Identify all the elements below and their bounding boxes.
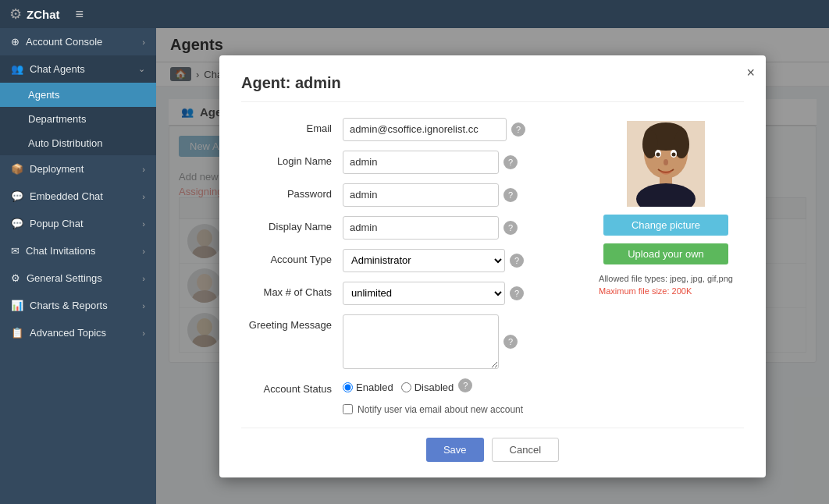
chevron-right-icon-cr: › bbox=[142, 301, 145, 311]
sidebar-label-chat-agents: Chat Agents bbox=[30, 63, 85, 75]
agent-photo bbox=[627, 121, 705, 207]
change-picture-button[interactable]: Change picture bbox=[603, 215, 728, 236]
radio-enabled-label[interactable]: Enabled bbox=[343, 382, 393, 393]
sidebar-sub-auto-distribution[interactable]: Auto Distribution bbox=[0, 131, 156, 155]
password-row: Password ? bbox=[241, 183, 569, 207]
svg-point-16 bbox=[672, 152, 676, 156]
chevron-right-icon-ec: › bbox=[142, 192, 145, 201]
max-chats-help-icon[interactable]: ? bbox=[510, 286, 524, 300]
photo-info: Allowed file types: jpeg, jpg, gif,png M… bbox=[599, 272, 733, 298]
modal-inner: Email ? Login Name bbox=[241, 118, 744, 415]
cancel-button[interactable]: Cancel bbox=[492, 438, 559, 462]
chevron-right-icon: › bbox=[142, 37, 145, 47]
email-row: Email ? bbox=[241, 118, 569, 141]
content-area: Agents 🏠 › Chat Agents 👥 Agents New Agen… bbox=[156, 28, 829, 504]
notify-label: Notify user via email about new account bbox=[358, 404, 523, 415]
email-field[interactable] bbox=[343, 118, 507, 141]
radio-disabled-label[interactable]: Disabled bbox=[401, 382, 454, 393]
max-chats-label: Max # of Chats bbox=[241, 282, 343, 298]
greeting-wrap: ? bbox=[343, 314, 569, 369]
menu-icon[interactable]: ≡ bbox=[76, 6, 84, 23]
account-type-row: Account Type Administrator Agent ? bbox=[241, 249, 569, 272]
display-name-wrap: ? bbox=[343, 216, 569, 240]
account-type-label: Account Type bbox=[241, 249, 343, 265]
chevron-right-icon-at: › bbox=[142, 328, 145, 338]
charts-reports-icon: 📊 bbox=[11, 300, 23, 311]
sidebar-item-account-console[interactable]: ⊕ Account Console › bbox=[0, 28, 156, 55]
account-status-row: Account Status Enabled bbox=[241, 378, 569, 395]
email-help-icon[interactable]: ? bbox=[511, 122, 525, 137]
sidebar-item-general-settings[interactable]: ⚙ General Settings › bbox=[0, 264, 156, 292]
account-status-label: Account Status bbox=[241, 378, 343, 395]
enabled-text: Enabled bbox=[356, 382, 393, 393]
notify-checkbox[interactable] bbox=[343, 404, 353, 414]
login-wrap: ? bbox=[343, 151, 569, 174]
max-chats-select[interactable]: unlimited 1 2 3 bbox=[343, 282, 505, 305]
sidebar-sub-chat-agents: Agents Departments Auto Distribution bbox=[0, 83, 156, 155]
display-name-row: Display Name ? bbox=[241, 216, 569, 240]
max-size-text: Maximum file size: 200K bbox=[599, 286, 692, 296]
sidebar-item-embedded-chat[interactable]: 💬 Embedded Chat › bbox=[0, 183, 156, 210]
password-help-icon[interactable]: ? bbox=[503, 188, 518, 202]
modal-photo-panel: Change picture Upload your own Allowed f… bbox=[588, 118, 744, 415]
sidebar-label-chat-invitations: Chat Invitations bbox=[26, 245, 96, 257]
email-wrap: ? bbox=[343, 118, 569, 141]
max-chats-wrap: unlimited 1 2 3 ? bbox=[343, 282, 569, 305]
radio-enabled[interactable] bbox=[343, 382, 353, 392]
modal-form: Email ? Login Name bbox=[241, 118, 569, 415]
chevron-down-icon: ⌄ bbox=[138, 64, 145, 74]
chat-invitations-icon: ✉ bbox=[11, 245, 20, 257]
sidebar-item-advanced-topics[interactable]: 📋 Advanced Topics › bbox=[0, 319, 156, 346]
login-label: Login Name bbox=[241, 151, 343, 167]
sidebar-label-popup-chat: Popup Chat bbox=[30, 218, 84, 229]
password-field[interactable] bbox=[343, 183, 499, 207]
sidebar-item-deployment[interactable]: 📦 Deployment › bbox=[0, 155, 156, 183]
greeting-help-icon[interactable]: ? bbox=[503, 335, 518, 349]
display-name-field[interactable] bbox=[343, 216, 499, 240]
chat-agents-icon: 👥 bbox=[11, 63, 23, 75]
chevron-right-icon-gs: › bbox=[142, 274, 145, 283]
modal-close-button[interactable]: × bbox=[746, 65, 755, 81]
greeting-field[interactable] bbox=[343, 314, 499, 369]
sidebar-label-embedded-chat: Embedded Chat bbox=[30, 190, 103, 202]
sidebar-sub-departments[interactable]: Departments bbox=[0, 107, 156, 131]
login-field[interactable] bbox=[343, 151, 499, 174]
account-type-help-icon[interactable]: ? bbox=[510, 254, 524, 268]
password-wrap: ? bbox=[343, 183, 569, 207]
sidebar-item-charts-reports[interactable]: 📊 Charts & Reports › bbox=[0, 292, 156, 319]
display-name-help-icon[interactable]: ? bbox=[503, 221, 518, 235]
login-help-icon[interactable]: ? bbox=[503, 155, 518, 169]
notify-row: Notify user via email about new account bbox=[343, 404, 569, 415]
sidebar-label-account-console: Account Console bbox=[26, 36, 102, 48]
agent-modal: × Agent: admin Email ? bbox=[219, 55, 766, 477]
embedded-chat-icon: 💬 bbox=[11, 190, 23, 202]
account-type-select[interactable]: Administrator Agent bbox=[343, 249, 505, 272]
greeting-label: Greeting Message bbox=[241, 314, 343, 331]
radio-disabled[interactable] bbox=[401, 382, 411, 392]
auto-distribution-label: Auto Distribution bbox=[28, 137, 102, 149]
email-label: Email bbox=[241, 118, 343, 134]
radio-group: Enabled Disabled bbox=[343, 378, 454, 393]
modal-backdrop: × Agent: admin Email ? bbox=[156, 28, 829, 504]
departments-label: Departments bbox=[28, 113, 86, 125]
chevron-right-icon-dep: › bbox=[142, 165, 145, 174]
sidebar-item-chat-invitations[interactable]: ✉ Chat Invitations › bbox=[0, 237, 156, 264]
sidebar-item-chat-agents[interactable]: 👥 Chat Agents ⌄ bbox=[0, 55, 156, 83]
chevron-right-icon-ci: › bbox=[142, 247, 145, 256]
save-button[interactable]: Save bbox=[426, 438, 484, 462]
svg-rect-11 bbox=[660, 174, 672, 185]
advanced-topics-icon: 📋 bbox=[11, 327, 23, 339]
app-title: ZChat bbox=[27, 8, 60, 21]
login-row: Login Name ? bbox=[241, 151, 569, 174]
general-settings-icon: ⚙ bbox=[11, 272, 20, 284]
sidebar-sub-agents[interactable]: Agents bbox=[0, 83, 156, 107]
agents-label: Agents bbox=[28, 89, 59, 101]
account-status-wrap: Enabled Disabled ? bbox=[343, 378, 569, 393]
sidebar-item-popup-chat[interactable]: 💬 Popup Chat › bbox=[0, 210, 156, 237]
max-chats-row: Max # of Chats unlimited 1 2 3 ? bbox=[241, 282, 569, 305]
sidebar-label-general-settings: General Settings bbox=[27, 272, 102, 284]
sidebar-label-deployment: Deployment bbox=[30, 163, 84, 175]
status-help-icon[interactable]: ? bbox=[458, 378, 472, 392]
upload-own-button[interactable]: Upload your own bbox=[603, 243, 728, 264]
top-bar: ⚙ ZChat ≡ bbox=[0, 0, 829, 28]
